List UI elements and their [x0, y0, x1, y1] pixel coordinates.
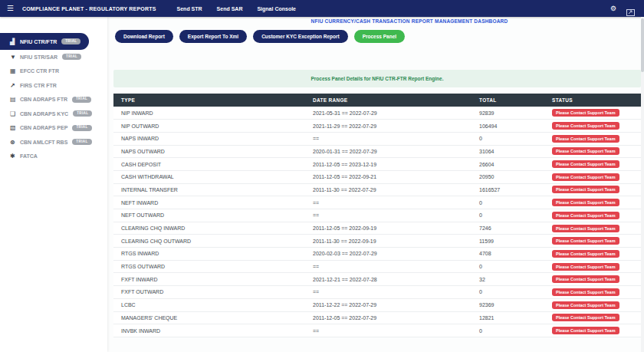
sidebar-item-efcc-ctr-ftr[interactable]: ▦ EFCC CTR FTR: [0, 64, 107, 79]
sidebar-item-cbn-amlcft-rbs[interactable]: ⊗ CBN AMLCFT RBS TRIAL: [0, 135, 107, 150]
sidebar-item-cbn-adraps-ftr[interactable]: ▤ CBN ADRAPS FTR TRIAL: [0, 93, 107, 107]
cell-total: 12821: [472, 311, 544, 324]
table-header-row: TYPEDATE RANGETOTALSTATUS: [113, 94, 641, 107]
sidebar-item-cbn-adraps-kyc[interactable]: ❏ CBN ADRAPS KYC TRIAL: [0, 107, 107, 121]
download-report-button[interactable]: Download Report: [115, 30, 173, 43]
screen-cast-icon[interactable]: [626, 5, 635, 12]
contact-support-button[interactable]: Please Contact Support Team: [552, 147, 619, 155]
sidebar-item-label: NFIU CTR/FTR: [20, 39, 57, 44]
scrollbar-thumb[interactable]: [641, 18, 644, 72]
cell-type: INVBK INWARD: [113, 324, 305, 337]
cell-status: Please Contact Support Team: [544, 120, 641, 133]
cell-type: RTGS OUTWARD: [113, 260, 305, 273]
cell-total: 31064: [472, 145, 544, 158]
nav-links: Send STRSend SARSignal Console: [177, 6, 296, 12]
cell-total: 0: [472, 196, 544, 209]
contact-support-button[interactable]: Please Contact Support Team: [552, 288, 619, 296]
trial-badge: TRIAL: [72, 125, 91, 131]
cell-type: NAPS OUTWARD: [113, 145, 305, 158]
cell-type: NEFT OUTWARD: [113, 209, 305, 222]
table-row: FXFT INWARD 2021-12-21 == 2022-07-28 32 …: [113, 273, 641, 286]
contact-support-button[interactable]: Please Contact Support Team: [552, 250, 619, 258]
cell-total: 0: [472, 209, 544, 222]
hamburger-icon[interactable]: ☰: [7, 5, 14, 12]
contact-support-button[interactable]: Please Contact Support Team: [552, 237, 619, 245]
sidebar-item-label: FIRS CTR FTR: [20, 83, 57, 88]
cell-date-range: 2021-05-31 == 2022-07-29: [305, 107, 472, 120]
sidebar-item-cbn-adraps-pep[interactable]: ▧ CBN ADRAPS PEP TRIAL: [0, 121, 107, 136]
export-report-to-xml-button[interactable]: Export Report To Xml: [179, 30, 247, 43]
cell-total: 20950: [472, 170, 544, 183]
cell-total: 1616527: [472, 183, 544, 196]
cell-date-range: 2011-11-30 == 2022-09-19: [305, 235, 472, 248]
contact-support-button[interactable]: Please Contact Support Team: [552, 301, 619, 309]
customer-kyc-exception-report-button[interactable]: Customer KYC Exception Report: [253, 30, 348, 43]
contact-support-button[interactable]: Please Contact Support Team: [552, 327, 619, 334]
sidebar: ▟ NFIU CTR/FTR TRIAL ▼ NFIU STR/SAR TRIA…: [0, 17, 107, 352]
book-icon: ▤: [10, 96, 20, 103]
cell-status: Please Contact Support Team: [544, 170, 641, 183]
cell-type: CLEARING CHQ OUTWARD: [113, 235, 305, 248]
nav-link-send-str[interactable]: Send STR: [177, 6, 202, 12]
cell-status: Please Contact Support Team: [544, 222, 641, 235]
table-row: INTERNAL TRANSFER 2011-11-30 == 2022-07-…: [113, 183, 641, 196]
cell-total: 11599: [472, 235, 544, 248]
process-panel-button[interactable]: Process Panel: [354, 30, 405, 43]
contact-support-button[interactable]: Please Contact Support Team: [552, 135, 619, 143]
table-row: RTGS INWARD 2020-02-03 == 2022-07-29 470…: [113, 248, 641, 261]
cell-status: Please Contact Support Team: [544, 311, 641, 324]
cell-type: NIP INWARD: [113, 107, 305, 120]
gear-icon[interactable]: ⚙: [610, 5, 616, 12]
cell-total: 32: [472, 273, 544, 286]
cell-total: 0: [472, 286, 544, 299]
contact-support-button[interactable]: Please Contact Support Team: [552, 314, 619, 321]
table-row: NEFT INWARD == 0 Please Contact Support …: [113, 196, 641, 209]
navbar-right: ⚙: [610, 5, 635, 12]
trial-badge: TRIAL: [72, 139, 91, 145]
cell-date-range: ==: [305, 286, 472, 299]
sidebar-item-nfiu-str-sar[interactable]: ▼ NFIU STR/SAR TRIAL: [0, 50, 107, 64]
sidebar-item-fatca[interactable]: ✱ FATCA: [0, 150, 107, 164]
cell-date-range: ==: [305, 260, 472, 273]
cell-type: LCBC: [113, 298, 305, 311]
contact-support-button[interactable]: Please Contact Support Team: [552, 225, 619, 232]
cell-total: 0: [472, 324, 544, 337]
cell-total: 0: [472, 132, 544, 145]
cancel-icon: ⊗: [10, 139, 20, 146]
contact-support-button[interactable]: Please Contact Support Team: [552, 173, 619, 181]
cell-date-range: 2021-11-29 == 2022-07-29: [305, 120, 472, 133]
cell-status: Please Contact Support Team: [544, 107, 641, 120]
trial-badge: TRIAL: [62, 54, 81, 60]
cell-total: 106494: [472, 120, 544, 133]
sidebar-item-label: CBN AMLCFT RBS: [20, 140, 67, 145]
cell-total: 7246: [472, 222, 544, 235]
bar-chart-icon: ▟: [10, 38, 20, 45]
table-row: NEFT OUTWARD == 0 Please Contact Support…: [113, 209, 641, 222]
nav-link-signal-console[interactable]: Signal Console: [257, 6, 296, 12]
contact-support-button[interactable]: Please Contact Support Team: [552, 275, 619, 283]
contact-support-button[interactable]: Please Contact Support Team: [552, 263, 619, 271]
cell-type: FXFT OUTWARD: [113, 286, 305, 299]
grid-icon: ▦: [10, 67, 20, 74]
trial-badge: TRIAL: [72, 97, 91, 103]
column-header-total: TOTAL: [472, 94, 544, 107]
contact-support-button[interactable]: Please Contact Support Team: [552, 160, 619, 168]
table-row: FXFT OUTWARD == 0 Please Contact Support…: [113, 286, 641, 299]
process-panel-banner: Process Panel Details for NFIU CTR-FTR R…: [113, 70, 641, 87]
nav-link-send-sar[interactable]: Send SAR: [217, 6, 243, 12]
contact-support-button[interactable]: Please Contact Support Team: [552, 186, 619, 193]
cell-date-range: ==: [305, 132, 472, 145]
contact-support-button[interactable]: Please Contact Support Team: [552, 109, 619, 117]
cell-status: Please Contact Support Team: [544, 298, 641, 311]
sidebar-item-firs-ctr-ftr[interactable]: ↗ FIRS CTR FTR: [0, 78, 107, 93]
column-header-type: TYPE: [113, 94, 305, 107]
contact-support-button[interactable]: Please Contact Support Team: [552, 199, 619, 206]
cell-status: Please Contact Support Team: [544, 209, 641, 222]
contact-support-button[interactable]: Please Contact Support Team: [552, 212, 619, 219]
sidebar-item-nfiu-ctr-ftr[interactable]: ▟ NFIU CTR/FTR TRIAL: [0, 33, 89, 50]
contact-support-button[interactable]: Please Contact Support Team: [552, 122, 619, 130]
cell-date-range: 2011-12-05 == 2023-12-19: [305, 158, 472, 171]
cell-type: NAPS INWARD: [113, 132, 305, 145]
column-header-status: STATUS: [544, 94, 641, 107]
cell-total: 92839: [472, 107, 544, 120]
